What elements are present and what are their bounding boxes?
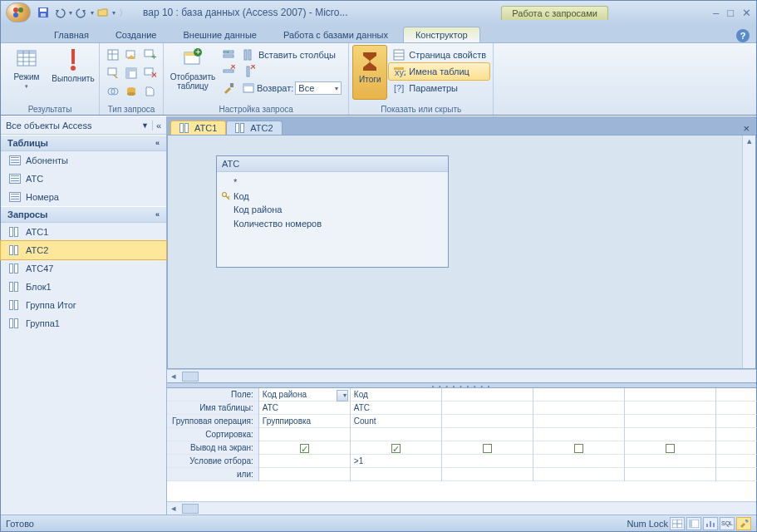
nav-item[interactable]: Группа1: [1, 314, 166, 332]
nav-pane-header[interactable]: Все объекты Access ▼ «: [1, 116, 166, 135]
checkbox[interactable]: [300, 444, 309, 453]
qbe-cell[interactable]: [259, 455, 350, 468]
table-card-ats[interactable]: АТС *КодКод районаКоличество номеров: [216, 155, 449, 268]
parameters-button[interactable]: [?]Параметры: [389, 80, 489, 96]
document-tab[interactable]: АТС1: [170, 121, 226, 135]
qbe-cell[interactable]: [259, 428, 350, 441]
qbe-show-cell[interactable]: [259, 441, 350, 455]
qbe-cell[interactable]: [625, 415, 715, 428]
delete-columns-button[interactable]: ✕: [238, 63, 258, 80]
qbe-cell[interactable]: [533, 401, 624, 415]
qbe-cell[interactable]: [259, 468, 350, 481]
union-query-button[interactable]: [105, 83, 121, 100]
nav-item[interactable]: Абоненты: [1, 151, 166, 170]
tab-database-tools[interactable]: Работа с базами данных: [272, 27, 400, 42]
qbe-cell[interactable]: [533, 455, 624, 468]
datasheet-view-button[interactable]: [670, 517, 685, 530]
qbe-show-cell[interactable]: [442, 441, 533, 455]
checkbox[interactable]: [666, 444, 675, 453]
return-combo[interactable]: Все: [295, 81, 342, 95]
qbe-cell[interactable]: [533, 388, 624, 401]
nav-group-header[interactable]: Таблицы«: [1, 135, 166, 151]
vertical-scrollbar[interactable]: ▴: [742, 135, 755, 368]
delete-query-button[interactable]: ✕: [141, 65, 158, 81]
insert-rows-button[interactable]: →: [220, 47, 237, 63]
qbe-cell[interactable]: [625, 468, 715, 481]
tab-design[interactable]: Конструктор: [403, 27, 480, 42]
nav-item[interactable]: Группа Итог: [1, 296, 166, 314]
collapse-nav-button[interactable]: «: [152, 121, 161, 131]
property-sheet-button[interactable]: Страница свойств: [389, 47, 489, 63]
save-button[interactable]: [36, 5, 51, 20]
builder-button[interactable]: [220, 80, 237, 96]
checkbox[interactable]: [483, 444, 492, 453]
maximize-button[interactable]: □: [727, 7, 734, 19]
qbe-cell[interactable]: АТС: [351, 401, 441, 415]
qbe-cell[interactable]: [442, 388, 533, 401]
qbe-cell[interactable]: [533, 468, 624, 481]
open-button[interactable]: [96, 5, 111, 20]
nav-item[interactable]: АТС47: [1, 259, 166, 278]
totals-button[interactable]: Итоги: [352, 45, 387, 100]
table-field[interactable]: Количество номеров: [222, 217, 443, 231]
qbe-cell[interactable]: >1: [351, 455, 441, 468]
delete-rows-button[interactable]: ✕: [220, 63, 237, 80]
make-table-query-button[interactable]: [123, 47, 140, 63]
pivot-chart-view-button[interactable]: [703, 517, 718, 530]
nav-item[interactable]: Номера: [1, 188, 166, 206]
nav-item[interactable]: АТС: [1, 170, 166, 188]
qbe-cell[interactable]: Код: [351, 388, 441, 401]
help-button[interactable]: ?: [736, 29, 750, 42]
horizontal-scrollbar-upper[interactable]: ◂: [167, 369, 756, 382]
append-query-button[interactable]: +: [141, 47, 158, 63]
design-view-button[interactable]: [736, 517, 751, 530]
qbe-cell[interactable]: [442, 468, 533, 481]
qbe-cell[interactable]: АТС: [259, 401, 350, 415]
insert-columns-button[interactable]: Вставить столбцы: [238, 47, 339, 63]
sql-view-button[interactable]: SQL: [720, 517, 735, 530]
update-query-button[interactable]: [105, 65, 121, 81]
checkbox[interactable]: [574, 444, 583, 453]
crosstab-query-button[interactable]: [123, 65, 140, 81]
qbe-show-cell[interactable]: [351, 441, 441, 455]
tab-create[interactable]: Создание: [104, 27, 169, 42]
qbe-cell[interactable]: Группировка: [259, 415, 350, 428]
qbe-show-cell[interactable]: [716, 441, 757, 455]
nav-group-header[interactable]: Запросы«: [1, 206, 166, 223]
qbe-cell[interactable]: [716, 388, 757, 401]
passthrough-query-button[interactable]: [123, 83, 140, 100]
table-pane[interactable]: АТС *КодКод районаКоличество номеров ▴: [167, 135, 756, 369]
qbe-cell[interactable]: [716, 428, 757, 441]
qbe-cell[interactable]: [442, 415, 533, 428]
qbe-show-cell[interactable]: [625, 441, 715, 455]
table-field[interactable]: Код района: [222, 203, 443, 217]
qbe-cell[interactable]: [442, 428, 533, 441]
tab-home[interactable]: Главная: [42, 27, 101, 42]
nav-item[interactable]: Блок1: [1, 278, 166, 296]
nav-item[interactable]: АТС1: [1, 223, 166, 241]
qbe-cell[interactable]: [533, 415, 624, 428]
qbe-cell[interactable]: [716, 468, 757, 481]
qbe-cell[interactable]: Код района: [259, 388, 350, 401]
view-mode-button[interactable]: Режим ▾: [4, 45, 49, 100]
document-tab[interactable]: АТС2: [226, 121, 282, 135]
office-button[interactable]: [6, 2, 31, 22]
close-button[interactable]: ✕: [742, 7, 751, 19]
qbe-show-cell[interactable]: [533, 441, 624, 455]
minimize-button[interactable]: –: [713, 7, 719, 19]
select-query-button[interactable]: [105, 47, 121, 63]
qbe-cell[interactable]: [716, 415, 757, 428]
undo-button[interactable]: [52, 5, 67, 20]
horizontal-scrollbar-lower[interactable]: ◂: [167, 501, 756, 515]
qbe-cell[interactable]: [533, 428, 624, 441]
data-definition-button[interactable]: [141, 83, 158, 100]
table-field[interactable]: Код: [222, 190, 443, 204]
qbe-cell[interactable]: [716, 401, 757, 415]
pivot-table-view-button[interactable]: [686, 517, 701, 530]
checkbox[interactable]: [391, 444, 401, 453]
qbe-cell[interactable]: [625, 388, 715, 401]
run-query-button[interactable]: Выполнить: [51, 45, 96, 100]
qbe-cell[interactable]: [351, 468, 441, 481]
close-document-button[interactable]: ×: [740, 122, 753, 135]
pane-splitter[interactable]: • • • • • • • • •: [167, 382, 756, 388]
